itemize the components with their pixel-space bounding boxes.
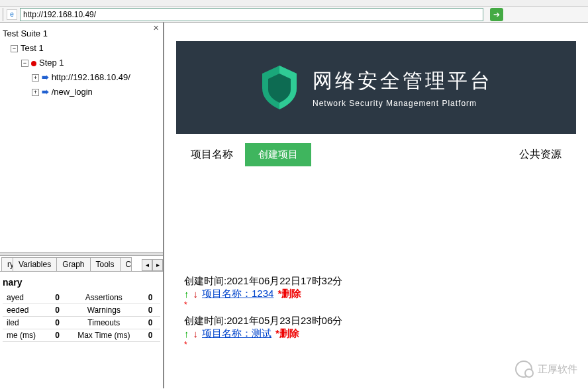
banner-title-en: Network Security Management Platform [313,99,493,108]
tree-step[interactable]: −Step 1 [3,56,160,70]
test-tree-panel: ✕ Test Suite 1 −Test 1 −Step 1 +➠ http:/… [0,23,163,252]
project-item: 创建时间:2021年06月22日17时32分 ↑↓ 项目名称：1234 *删除 … [184,275,568,309]
page-favicon: e [7,9,17,20]
close-icon[interactable]: ✕ [153,24,159,32]
expand-icon[interactable]: + [32,89,39,96]
status-dot-icon [31,61,36,66]
watermark: 正厚软件 [515,361,577,378]
tab-tools[interactable]: Tools [90,257,121,271]
banner-title-cn: 网络安全管理平台 [313,68,493,95]
shield-logo-icon [260,64,299,111]
results-tabs: ry Variables Graph Tools C ◂ ▸ [0,256,163,272]
project-created: 创建时间:2021年05月23日23时06分 [184,315,568,327]
url-input[interactable] [20,8,483,21]
required-marker: * [184,340,568,349]
watermark-text: 正厚软件 [538,363,577,376]
address-bar: e ➔ [0,7,588,23]
nav-public-resources[interactable]: 公共资源 [519,148,562,162]
top-toolbar [0,0,588,7]
tree-request[interactable]: +➠ /new_login [3,85,160,99]
arrow-icon: ➠ [42,87,52,97]
project-created: 创建时间:2021年06月22日17时32分 [184,275,568,288]
tree-suite[interactable]: Test Suite 1 [3,27,160,41]
wechat-icon [515,361,532,378]
required-marker: * [184,300,568,309]
create-project-button[interactable]: 创建项目 [245,143,311,166]
delete-link[interactable]: *删除 [275,327,299,340]
summary-heading: nary [0,272,163,292]
go-button[interactable]: ➔ [490,8,503,21]
tab-scroll-left[interactable]: ◂ [142,259,152,271]
browser-content: 网络安全管理平台 Network Security Management Pla… [164,23,588,388]
move-up-icon[interactable]: ↑ [184,328,189,339]
collapse-icon[interactable]: − [21,60,28,67]
tab-variables[interactable]: Variables [13,257,57,271]
delete-link[interactable]: *删除 [277,288,301,300]
site-nav: 项目名称 创建项目 公共资源 [164,134,588,176]
move-up-icon[interactable]: ↑ [184,288,189,300]
tab-summary[interactable]: ry [1,257,13,271]
project-item: 创建时间:2021年05月23日23时06分 ↑↓ 项目名称：测试 *删除 * [184,315,568,349]
site-banner: 网络安全管理平台 Network Security Management Pla… [176,41,576,134]
tab-more[interactable]: C [120,257,132,271]
project-name-link[interactable]: 项目名称：测试 [202,327,271,340]
move-down-icon[interactable]: ↓ [193,328,199,339]
project-name-link[interactable]: 项目名称：1234 [202,288,273,300]
results-panel: ry Variables Graph Tools C ◂ ▸ nary ayed… [0,256,163,388]
tab-graph[interactable]: Graph [56,257,90,271]
tree-test[interactable]: −Test 1 [3,41,160,56]
stats-table: ayed0Assertions0 eeded0Warnings0 iled0Ti… [3,292,160,342]
expand-icon[interactable]: + [32,74,39,82]
project-list: 创建时间:2021年06月22日17时32分 ↑↓ 项目名称：1234 *删除 … [164,176,588,349]
separator [3,8,4,21]
arrow-icon: ➠ [42,72,52,82]
nav-projects[interactable]: 项目名称 [191,148,233,162]
collapse-icon[interactable]: − [11,45,18,52]
tree-request[interactable]: +➠ http://192.168.10.49/ [3,70,160,85]
tab-scroll-right[interactable]: ▸ [152,259,163,271]
move-down-icon[interactable]: ↓ [193,288,199,300]
